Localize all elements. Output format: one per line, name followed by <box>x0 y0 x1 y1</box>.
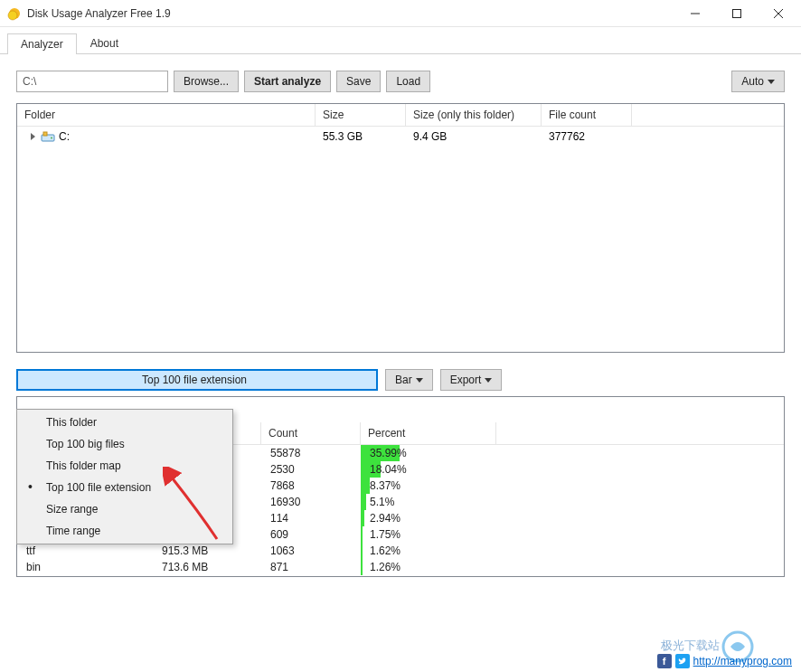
svg-rect-7 <box>43 132 47 136</box>
cell-count: 609 <box>261 526 361 543</box>
auto-label: Auto <box>741 75 764 88</box>
cell-percent: 1.62% <box>361 543 496 559</box>
cell-size: 55.3 GB <box>316 128 406 145</box>
caret-down-icon <box>416 378 423 383</box>
path-input[interactable] <box>16 71 168 92</box>
cell-percent: 1.75% <box>361 526 496 543</box>
cell-count: 2530 <box>261 461 361 478</box>
expander-icon[interactable] <box>28 132 37 141</box>
titlebar: Disk Usage Analyzer Free 1.9 <box>0 0 801 27</box>
window-controls <box>674 0 799 27</box>
col-size-only[interactable]: Size (only this folder) <box>406 104 542 126</box>
bar-dropdown[interactable]: Bar <box>385 369 433 391</box>
twitter-icon[interactable] <box>675 654 690 668</box>
cell-percent: 35.99% <box>361 445 496 461</box>
col-file-count[interactable]: File count <box>542 104 632 126</box>
window-title: Disk Usage Analyzer Free 1.9 <box>27 7 674 20</box>
website-link[interactable]: http://manyprog.com <box>693 655 792 667</box>
menu-item[interactable]: This folder map <box>19 455 231 477</box>
svg-rect-3 <box>733 9 741 17</box>
folder-name: C: <box>59 130 70 143</box>
cell-count: 871 <box>261 559 361 575</box>
cell-percent: 8.37% <box>361 478 496 494</box>
col-size[interactable]: Size <box>316 104 406 126</box>
view-selector-menu[interactable]: This folderTop 100 big filesThis folder … <box>16 409 233 544</box>
cell-size: 713.6 MB <box>153 559 261 575</box>
top-toolbar: Browse... Start analyze Save Load Auto <box>16 71 785 92</box>
tab-about[interactable]: About <box>77 33 132 53</box>
cell-percent: 18.04% <box>361 461 496 478</box>
watermark-text: 极光下载站 <box>661 639 720 652</box>
footer: f http://manyprog.com <box>657 654 792 668</box>
load-button[interactable]: Load <box>386 71 430 92</box>
gcol-percent[interactable]: Percent <box>361 422 496 444</box>
svg-point-1 <box>8 11 17 20</box>
save-button[interactable]: Save <box>336 71 381 92</box>
facebook-icon[interactable]: f <box>657 654 672 668</box>
cell-count: 16930 <box>261 494 361 510</box>
cell-percent: 5.1% <box>361 494 496 510</box>
cell-percent: 1.26% <box>361 559 496 575</box>
col-folder[interactable]: Folder <box>17 104 316 126</box>
svg-point-8 <box>51 137 52 139</box>
cell-ext: ttf <box>17 543 153 559</box>
watermark: 极光下载站 <box>661 638 720 654</box>
export-label: Export <box>450 374 482 386</box>
close-button[interactable] <box>758 0 799 27</box>
tab-analyzer[interactable]: Analyzer <box>7 33 77 54</box>
tab-strip: Analyzer About <box>0 27 801 54</box>
tree-header: Folder Size Size (only this folder) File… <box>17 104 784 127</box>
start-analyze-button[interactable]: Start analyze <box>244 71 331 92</box>
bar-label: Bar <box>395 374 412 386</box>
tree-row[interactable]: C: 55.3 GB 9.4 GB 377762 <box>17 127 784 147</box>
cell-percent: 2.94% <box>361 510 496 526</box>
gcol-count[interactable]: Count <box>261 422 361 444</box>
menu-item[interactable]: Top 100 file extension <box>19 477 231 498</box>
folder-tree-panel: Folder Size Size (only this folder) File… <box>16 103 785 353</box>
cell-ext: bin <box>17 559 153 575</box>
export-dropdown[interactable]: Export <box>440 369 503 391</box>
cell-count: 114 <box>261 510 361 526</box>
grid-row[interactable]: bin713.6 MB8711.26% <box>17 559 784 575</box>
menu-item[interactable]: Size range <box>19 498 231 520</box>
mid-toolbar: Top 100 file extension Bar Export <box>16 369 785 391</box>
app-icon <box>7 6 22 21</box>
view-selector-dropdown[interactable]: Top 100 file extension <box>16 369 378 391</box>
caret-down-icon <box>485 378 492 383</box>
caret-down-icon <box>768 80 775 84</box>
menu-item[interactable]: Time range <box>19 520 231 542</box>
auto-dropdown[interactable]: Auto <box>731 71 785 92</box>
menu-item[interactable]: Top 100 big files <box>19 433 231 455</box>
cell-size: 915.3 MB <box>153 543 261 559</box>
cell-count: 7868 <box>261 478 361 494</box>
maximize-button[interactable] <box>716 0 758 27</box>
cell-count: 1063 <box>261 543 361 559</box>
view-selector-label: Top 100 file extension <box>142 374 247 386</box>
minimize-button[interactable] <box>674 0 716 27</box>
grid-row[interactable]: ttf915.3 MB10631.62% <box>17 543 784 559</box>
cell-size-only: 9.4 GB <box>406 128 542 145</box>
drive-icon <box>41 130 55 143</box>
cell-count: 55878 <box>261 445 361 461</box>
browse-button[interactable]: Browse... <box>174 71 239 92</box>
cell-count: 377762 <box>542 128 632 145</box>
menu-item[interactable]: This folder <box>19 412 231 433</box>
